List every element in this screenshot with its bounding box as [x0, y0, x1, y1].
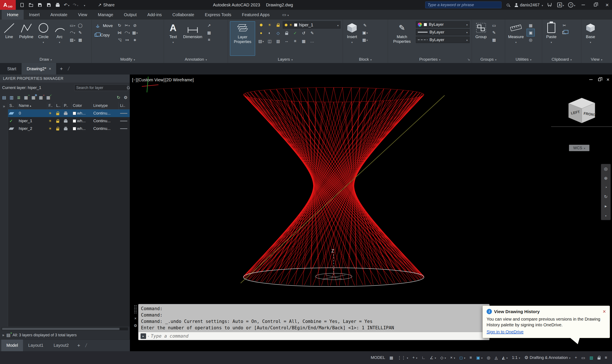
plot-icon[interactable] [64, 113, 67, 115]
layer-state-tool[interactable]: ≡ [291, 38, 299, 45]
freeze-sun-icon[interactable]: ☀ [49, 119, 52, 123]
line-button[interactable]: Line [2, 21, 16, 56]
annotation-scale-button[interactable]: 1:1 [510, 353, 522, 362]
layer-row-hiper1[interactable]: ✓ hiper_1 ☀ wh... Continu... [8, 117, 130, 125]
dim-style-button[interactable]: ≡ [205, 36, 213, 43]
hatch-button[interactable]: ▨ [69, 36, 77, 43]
object-snap-toggle[interactable]: ◻ [457, 353, 467, 362]
footer-collapse-icon[interactable]: » [2, 333, 4, 338]
search-button[interactable] [504, 0, 513, 10]
plot-icon[interactable] [64, 128, 67, 130]
palette-title[interactable]: LAYER PROPERTIES MANAGER [0, 75, 130, 83]
id-point-button[interactable]: ◎ [527, 36, 534, 43]
table-button[interactable]: ▦ [205, 29, 213, 36]
ribbon-tab-view[interactable]: View [73, 10, 92, 20]
app-store-button[interactable] [545, 0, 554, 10]
nav-pan-icon[interactable]: ⊕ [604, 176, 608, 181]
ungroup-button[interactable]: ▭ [490, 22, 498, 29]
ribbon-tab-output[interactable]: Output [119, 10, 142, 20]
arc-small-button[interactable]: ◠ [69, 29, 77, 36]
layer-search-input[interactable] [76, 86, 126, 90]
explode-button[interactable]: ∗ [131, 36, 139, 43]
layer-merge-tool[interactable]: ▦ [300, 38, 308, 45]
object-snap-tracking-toggle[interactable]: × [448, 353, 457, 362]
dynamic-input-toggle[interactable]: + [411, 353, 419, 362]
layer-freeze-tool[interactable]: ◇ [274, 29, 282, 37]
nav-orbit-icon[interactable]: ↻ [604, 194, 608, 199]
wcs-dropdown[interactable]: WCS [569, 145, 589, 151]
drawing-canvas[interactable]: Z [−] [Custom View] [2D Wireframe] × LEF… [130, 75, 612, 351]
stretch-button[interactable]: ↦ [123, 36, 131, 43]
layer-more-tool[interactable]: … [308, 38, 316, 45]
insert-button[interactable]: Insert [345, 21, 359, 56]
col-freeze[interactable]: F.. [47, 102, 55, 109]
viewport-visual-style-control[interactable]: [2D Wireframe] [165, 78, 194, 82]
ribbon-tab-featured-apps[interactable]: Featured Apps [236, 10, 275, 20]
help-button[interactable]: ? [567, 0, 576, 10]
nav-zoom-icon[interactable]: ◔ [605, 185, 607, 190]
layer-row-0[interactable]: 0 ☀ wh... Continu... [8, 109, 130, 117]
cut-button[interactable]: ✂ [560, 22, 568, 29]
scrollbar-thumb[interactable] [2, 328, 119, 330]
copy-button[interactable]: Copy [94, 31, 114, 39]
layer-lock-tool[interactable] [283, 29, 290, 37]
group-edit-button[interactable]: ✎ [490, 29, 498, 36]
panel-modify-label[interactable]: Modify [91, 56, 164, 63]
layer-prev-tool[interactable]: ◫ [266, 38, 273, 45]
lineweight-toggle[interactable]: ≡ [468, 353, 474, 362]
recent-commands-icon[interactable]: ▸ [141, 333, 146, 339]
palette-settings-button[interactable]: ⚙ [124, 95, 128, 100]
save-button[interactable] [35, 0, 44, 10]
layer-lock-button[interactable] [274, 21, 282, 28]
tab-layout2[interactable]: Layout2 [49, 339, 74, 351]
match-properties-button[interactable]: ✎ Match Properties [390, 21, 414, 56]
group-manager-button[interactable]: ▦ [490, 36, 498, 43]
point-button[interactable]: ✎ [77, 29, 84, 36]
customization-menu-button[interactable]: ≡ [603, 353, 609, 362]
layer-thaw-button[interactable]: ☀ [266, 21, 273, 28]
new-layer-button[interactable]: ▦+ [24, 95, 28, 100]
isometric-drafting-toggle[interactable]: ◇ [438, 353, 448, 362]
plot-button[interactable] [53, 0, 62, 10]
footer-settings-icon[interactable]: ▤▸ [6, 333, 11, 338]
region-button[interactable]: ▦ [77, 36, 84, 43]
annotation-visibility-toggle[interactable]: ◬ [493, 353, 500, 362]
graphics-performance-toggle[interactable]: ▥ [587, 353, 595, 362]
linetype-value[interactable]: Continu... [92, 117, 119, 125]
layer-states-button[interactable]: ≣ [17, 95, 21, 100]
col-name[interactable]: Name▴ [17, 102, 47, 109]
panel-view-label[interactable]: View [581, 56, 612, 63]
leader-button[interactable]: ↗ [205, 22, 213, 29]
object-color-combo[interactable]: ByLayer [416, 21, 469, 28]
color-swatch[interactable] [73, 127, 76, 130]
viewcube[interactable]: LEFT FRONT [562, 95, 602, 128]
lineweight-sample[interactable] [120, 128, 127, 129]
keyword-search-box[interactable] [425, 1, 501, 8]
account-button[interactable]: danix2467 [515, 0, 540, 10]
undo-button[interactable]: ↶ [62, 0, 71, 10]
trim-button[interactable]: ✂ [123, 22, 131, 29]
command-drag-grip[interactable] [134, 305, 137, 314]
share-button[interactable]: ↗ Share [98, 2, 115, 7]
command-customize-icon[interactable]: ⚙ [134, 323, 137, 328]
layer-properties-button[interactable]: Layer Properties [230, 21, 255, 56]
ribbon-tab-collaborate[interactable]: Collaborate [167, 10, 199, 20]
clean-screen-toggle[interactable]: ▭ [579, 353, 587, 362]
window-restore-button[interactable] [590, 0, 600, 10]
panel-layers-label[interactable]: Layers [228, 56, 343, 63]
col-lineweight[interactable]: Li.. [119, 102, 130, 109]
drawing2-close-icon[interactable]: × [49, 67, 51, 71]
command-close-icon[interactable]: × [134, 316, 137, 321]
scale-button[interactable]: ◹ [116, 36, 123, 43]
set-current-button[interactable]: ▦✓ [46, 95, 50, 100]
quick-calc-button[interactable]: ▦ [527, 22, 534, 29]
annotation-monitor-toggle[interactable]: + [573, 353, 579, 362]
dimension-button[interactable]: Dimension [182, 21, 203, 56]
tab-overflow-icon[interactable]: / [66, 63, 71, 75]
color-swatch[interactable] [73, 119, 76, 123]
ribbon-tab-insert[interactable]: Insert [24, 10, 45, 20]
nav-showmotion-icon[interactable]: ▸ [605, 204, 607, 208]
qat-customize-button[interactable] [80, 0, 89, 10]
quick-select-button[interactable]: ▣ [527, 29, 534, 36]
ribbon-tab-annotate[interactable]: Annotate [45, 10, 73, 20]
